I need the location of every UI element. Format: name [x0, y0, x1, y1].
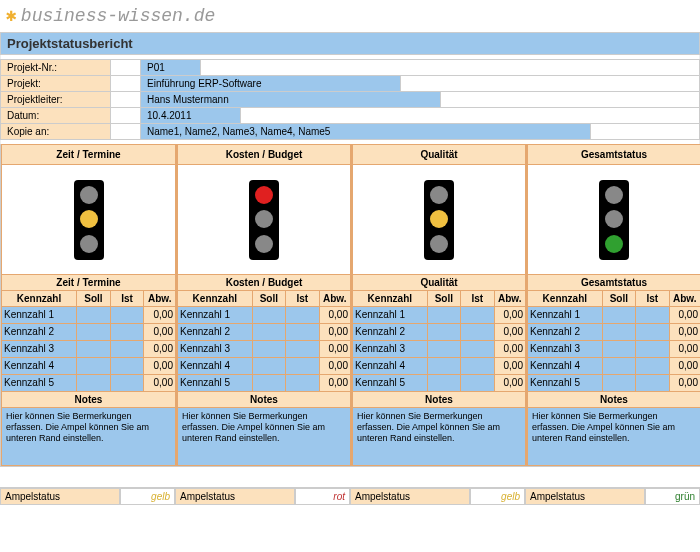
kpi-ist-cell[interactable] — [285, 324, 318, 340]
kpi-name-cell[interactable]: Kennzahl 1 — [353, 307, 427, 323]
kpi-ist-cell[interactable] — [110, 341, 144, 357]
yellow-lamp-icon — [605, 210, 623, 228]
kpi-soll-cell[interactable] — [252, 324, 285, 340]
kpi-soll-cell[interactable] — [76, 375, 110, 391]
kpi-name-cell[interactable]: Kennzahl 1 — [2, 307, 76, 323]
kpi-ist-cell[interactable] — [285, 307, 318, 323]
kpi-soll-cell[interactable] — [76, 324, 110, 340]
kpi-name-cell[interactable]: Kennzahl 3 — [353, 341, 427, 357]
ampelstatus-value[interactable]: gelb — [120, 488, 175, 505]
kpi-soll-cell[interactable] — [427, 307, 460, 323]
kpi-soll-cell[interactable] — [76, 307, 110, 323]
kpi-row: Kennzahl 10,00 — [1, 307, 176, 324]
brand-logo: business-wissen.de — [0, 0, 700, 32]
kpi-soll-cell[interactable] — [427, 324, 460, 340]
kpi-soll-cell[interactable] — [252, 358, 285, 374]
meta-project-value[interactable]: Einführung ERP-Software — [141, 76, 401, 91]
kpi-soll-cell[interactable] — [76, 358, 110, 374]
kpi-column-headers: KennzahlSollIstAbw. — [352, 291, 526, 307]
kpi-soll-cell[interactable] — [602, 375, 635, 391]
kpi-name-cell[interactable]: Kennzahl 4 — [353, 358, 427, 374]
ampelstatus-value[interactable]: grün — [645, 488, 700, 505]
kpi-ist-cell[interactable] — [110, 324, 144, 340]
kpi-ist-cell[interactable] — [285, 341, 318, 357]
col-abw: Abw. — [143, 291, 175, 306]
kpi-soll-cell[interactable] — [427, 375, 460, 391]
kpi-ist-cell[interactable] — [110, 358, 144, 374]
kpi-soll-cell[interactable] — [76, 341, 110, 357]
kpi-name-cell[interactable]: Kennzahl 3 — [528, 341, 602, 357]
kpi-row: Kennzahl 50,00 — [1, 375, 176, 392]
kpi-ist-cell[interactable] — [635, 375, 668, 391]
kpi-name-cell[interactable]: Kennzahl 4 — [178, 358, 252, 374]
section-2: QualitätQualitätKennzahlSollIstAbw.Kennz… — [351, 144, 526, 466]
kpi-soll-cell[interactable] — [252, 375, 285, 391]
notes-body[interactable]: Hier können Sie Bermerkungen erfassen. D… — [527, 408, 700, 466]
notes-body[interactable]: Hier können Sie Bermerkungen erfassen. D… — [352, 408, 526, 466]
kpi-row: Kennzahl 20,00 — [177, 324, 351, 341]
kpi-ist-cell[interactable] — [635, 358, 668, 374]
col-abw: Abw. — [669, 291, 700, 306]
meta-copy-value[interactable]: Name1, Name2, Name3, Name4, Name5 — [141, 124, 591, 139]
kpi-ist-cell[interactable] — [460, 324, 493, 340]
col-kennzahl: Kennzahl — [2, 291, 76, 306]
ampelstatus-value[interactable]: gelb — [470, 488, 525, 505]
kpi-ist-cell[interactable] — [285, 375, 318, 391]
kpi-abw-cell: 0,00 — [319, 341, 350, 357]
meta-date-value[interactable]: 10.4.2011 — [141, 108, 241, 123]
traffic-light-icon — [74, 180, 104, 260]
notes-body[interactable]: Hier können Sie Bermerkungen erfassen. D… — [1, 408, 176, 466]
kpi-soll-cell[interactable] — [252, 341, 285, 357]
kpi-ist-cell[interactable] — [110, 307, 144, 323]
kpi-soll-cell[interactable] — [602, 307, 635, 323]
traffic-light-area — [177, 165, 351, 275]
kpi-ist-cell[interactable] — [460, 358, 493, 374]
kpi-row: Kennzahl 40,00 — [527, 358, 700, 375]
ampelstatus-label: Ampelstatus — [525, 488, 645, 505]
report-title: Projektstatusbericht — [0, 32, 700, 55]
col-kennzahl: Kennzahl — [528, 291, 602, 306]
kpi-name-cell[interactable]: Kennzahl 5 — [2, 375, 76, 391]
section-header: Qualität — [352, 144, 526, 165]
kpi-row: Kennzahl 10,00 — [177, 307, 351, 324]
kpi-name-cell[interactable]: Kennzahl 4 — [2, 358, 76, 374]
kpi-row: Kennzahl 50,00 — [352, 375, 526, 392]
kpi-name-cell[interactable]: Kennzahl 2 — [178, 324, 252, 340]
kpi-ist-cell[interactable] — [110, 375, 144, 391]
kpi-name-cell[interactable]: Kennzahl 5 — [353, 375, 427, 391]
footer-ampelstatus: AmpelstatusgelbAmpelstatusrotAmpelstatus… — [0, 487, 700, 505]
kpi-name-cell[interactable]: Kennzahl 5 — [528, 375, 602, 391]
kpi-name-cell[interactable]: Kennzahl 1 — [528, 307, 602, 323]
kpi-ist-cell[interactable] — [460, 341, 493, 357]
kpi-name-cell[interactable]: Kennzahl 4 — [528, 358, 602, 374]
kpi-name-cell[interactable]: Kennzahl 2 — [353, 324, 427, 340]
col-abw: Abw. — [494, 291, 525, 306]
kpi-abw-cell: 0,00 — [669, 341, 700, 357]
kpi-ist-cell[interactable] — [635, 307, 668, 323]
meta-lead-value[interactable]: Hans Mustermann — [141, 92, 441, 107]
kpi-ist-cell[interactable] — [635, 341, 668, 357]
kpi-ist-cell[interactable] — [460, 375, 493, 391]
kpi-soll-cell[interactable] — [602, 324, 635, 340]
kpi-name-cell[interactable]: Kennzahl 3 — [2, 341, 76, 357]
kpi-name-cell[interactable]: Kennzahl 1 — [178, 307, 252, 323]
kpi-ist-cell[interactable] — [460, 307, 493, 323]
notes-body[interactable]: Hier können Sie Bermerkungen erfassen. D… — [177, 408, 351, 466]
meta-project-nr-value[interactable]: P01 — [141, 60, 201, 75]
ampelstatus-value[interactable]: rot — [295, 488, 350, 505]
kpi-name-cell[interactable]: Kennzahl 3 — [178, 341, 252, 357]
kpi-ist-cell[interactable] — [285, 358, 318, 374]
kpi-soll-cell[interactable] — [427, 358, 460, 374]
kpi-soll-cell[interactable] — [252, 307, 285, 323]
kpi-soll-cell[interactable] — [602, 341, 635, 357]
kpi-soll-cell[interactable] — [602, 358, 635, 374]
kpi-name-cell[interactable]: Kennzahl 2 — [2, 324, 76, 340]
footer-cell-0: Ampelstatusgelb — [0, 488, 175, 505]
ampelstatus-label: Ampelstatus — [350, 488, 470, 505]
col-soll: Soll — [252, 291, 285, 306]
kpi-ist-cell[interactable] — [635, 324, 668, 340]
kpi-name-cell[interactable]: Kennzahl 5 — [178, 375, 252, 391]
kpi-soll-cell[interactable] — [427, 341, 460, 357]
kpi-abw-cell: 0,00 — [494, 324, 525, 340]
kpi-name-cell[interactable]: Kennzahl 2 — [528, 324, 602, 340]
